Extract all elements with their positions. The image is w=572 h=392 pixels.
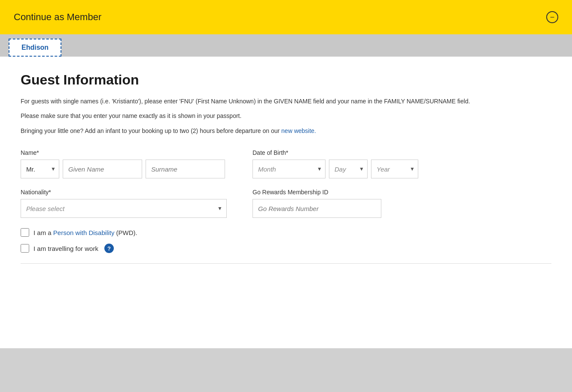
work-travel-checkbox-row: I am travelling for work ? <box>21 244 551 253</box>
info-text-1: For guests with single names (i.e. 'Kris… <box>21 96 551 106</box>
dob-selects: Month January February March April May J… <box>253 160 551 178</box>
month-select[interactable]: Month January February March April May J… <box>253 160 326 178</box>
outer-container: Continue as Member Ehdison Guest Informa… <box>0 0 572 392</box>
nationality-select[interactable]: Please select Filipino American British … <box>21 199 227 218</box>
nationality-label: Nationality* <box>21 189 227 196</box>
form-row-2: Nationality* Please select Filipino Amer… <box>21 189 551 218</box>
rewards-group: Go Rewards Membership ID <box>253 189 551 218</box>
form-section: Name* Mr. Mrs. Ms. Dr. ▼ <box>21 149 551 264</box>
main-content: Guest Information For guests with single… <box>0 57 572 348</box>
header-title: Continue as Member <box>14 12 101 23</box>
form-row-1: Name* Mr. Mrs. Ms. Dr. ▼ <box>21 149 551 178</box>
new-website-link[interactable]: new website. <box>281 127 316 134</box>
pwd-checkbox[interactable] <box>21 228 29 237</box>
title-select[interactable]: Mr. Mrs. Ms. Dr. <box>21 160 59 178</box>
member-tab[interactable]: Ehdison <box>9 39 61 57</box>
dob-label: Date of Birth* <box>253 149 551 156</box>
month-select-wrapper: Month January February March April May J… <box>253 160 326 178</box>
work-travel-label: I am travelling for work <box>33 245 98 252</box>
info-text-3: Bringing your little one? Add an infant … <box>21 126 551 136</box>
rewards-label: Go Rewards Membership ID <box>253 189 551 196</box>
name-group: Name* Mr. Mrs. Ms. Dr. ▼ <box>21 149 227 178</box>
minimize-button[interactable] <box>546 11 558 23</box>
day-select[interactable]: Day 12345 678910 1112131415 1617181920 2… <box>329 160 368 178</box>
day-select-wrapper: Day 12345 678910 1112131415 1617181920 2… <box>329 160 368 178</box>
info-text-3-prefix: Bringing your little one? Add an infant … <box>21 127 281 134</box>
family-name-input[interactable] <box>146 160 225 178</box>
nationality-group: Nationality* Please select Filipino Amer… <box>21 189 227 218</box>
page-title: Guest Information <box>21 72 551 88</box>
pwd-checkbox-row: I am a Person with Disability (PWD). <box>21 228 551 237</box>
year-select[interactable]: Year 2024202320102000 1990198019701960 <box>371 160 418 178</box>
nationality-select-wrapper: Please select Filipino American British … <box>21 199 227 218</box>
dob-group: Date of Birth* Month January February Ma… <box>253 149 551 178</box>
member-tab-name: Ehdison <box>21 44 49 51</box>
name-inputs: Mr. Mrs. Ms. Dr. ▼ <box>21 160 227 178</box>
title-select-wrapper: Mr. Mrs. Ms. Dr. ▼ <box>21 160 59 178</box>
pwd-label-suffix: (PWD). <box>114 229 137 236</box>
work-travel-checkbox[interactable] <box>21 244 29 253</box>
pwd-label-prefix: I am a <box>33 229 53 236</box>
pwd-link[interactable]: Person with Disability <box>53 229 115 236</box>
tab-area: Ehdison <box>0 34 572 57</box>
work-travel-text: I am travelling for work <box>33 245 98 252</box>
section-divider <box>21 263 551 264</box>
header-bar: Continue as Member <box>0 0 572 34</box>
rewards-input[interactable] <box>253 199 381 218</box>
info-text-2: Please make sure that you enter your nam… <box>21 111 551 121</box>
work-travel-help-icon[interactable]: ? <box>104 244 114 253</box>
given-name-input[interactable] <box>63 160 142 178</box>
name-label: Name* <box>21 149 227 156</box>
year-select-wrapper: Year 2024202320102000 1990198019701960 ▼ <box>371 160 418 178</box>
pwd-label: I am a Person with Disability (PWD). <box>33 229 137 236</box>
